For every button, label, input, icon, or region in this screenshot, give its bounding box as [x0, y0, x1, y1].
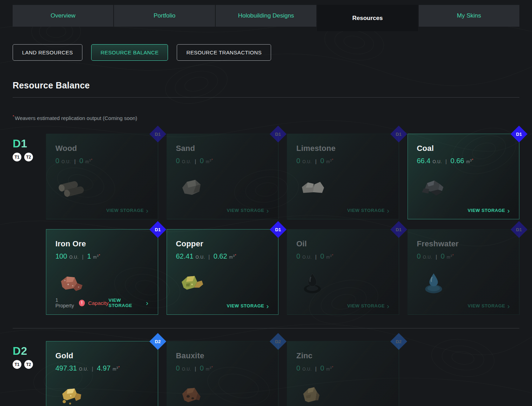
resource-card-copper[interactable]: D1 Copper 62.41 O.U. | 0.62 m3* VIEW STO…: [167, 229, 279, 315]
resource-card-bauxite[interactable]: D2 Bauxite 0 O.U. | 0 m3* VIEW STORAGE›: [167, 341, 279, 406]
tab-overview[interactable]: Overview: [13, 5, 113, 27]
resource-name: Sand: [176, 144, 269, 153]
d1-cards-grid: D1 Wood 0 O.U. | 0 m3* VIEW STORAGE›: [46, 134, 519, 315]
section-d1: D1 T1 T2 D1 Wood 0 O.U. | 0 m3*: [13, 134, 519, 315]
volume-unit: m3*: [113, 366, 120, 372]
subtab-resource-balance[interactable]: RESOURCE BALANCE: [91, 44, 168, 61]
ou-unit: O.U.: [61, 159, 71, 164]
chevron-right-icon: ›: [267, 208, 269, 213]
resource-name: Iron Ore: [55, 239, 149, 248]
volume-value: 0: [320, 364, 324, 372]
volume-unit: m3*: [326, 158, 333, 164]
stats-separator: |: [315, 254, 317, 260]
main-tab-bar: Overview Portfolio Holobuilding Designs …: [13, 5, 519, 31]
bauxite-image: [176, 381, 209, 406]
section-d1-label: D1: [13, 137, 27, 150]
view-storage-link[interactable]: VIEW STORAGE›: [468, 303, 510, 308]
tab-my-skins[interactable]: My Skins: [419, 5, 519, 27]
stats-separator: |: [208, 254, 210, 260]
volume-unit: m3*: [466, 158, 473, 164]
resource-stats: 0 O.U. | 0 m3*: [296, 364, 390, 372]
view-storage-link[interactable]: VIEW STORAGE›: [227, 208, 269, 213]
resource-stats: 497.31 O.U. | 4.97 m3*: [55, 364, 149, 372]
replication-note: *Weavers estimated replication output (C…: [13, 114, 519, 121]
resource-stats: 0 O.U. | 0 m3*: [176, 157, 269, 165]
tier-badge-t1[interactable]: T1: [13, 360, 21, 369]
district-badge: D2: [390, 333, 407, 350]
ou-value: 0: [176, 364, 180, 372]
capacity-warning: 1 Property ! Capacity: [55, 297, 108, 308]
section-d2: D2 T1 T2 D2 Gold 497.31 O.U. | 4.97 m3*: [13, 341, 519, 406]
district-badge-label: D1: [516, 227, 522, 232]
resource-stats: 0 O.U. | 0 m3*: [296, 252, 390, 260]
tier-badges: T1 T2: [13, 360, 45, 369]
ou-value: 0: [55, 157, 59, 165]
resource-name: Freshwater: [417, 239, 510, 248]
volume-unit: m3*: [447, 254, 454, 260]
volume-unit: m3*: [206, 158, 213, 164]
subtab-land-resources[interactable]: LAND RESOURCES: [13, 44, 82, 61]
ou-unit: O.U.: [423, 255, 432, 260]
district-badge-label: D1: [396, 227, 402, 232]
district-badge-label: D1: [155, 227, 161, 232]
capacity-label: Capacity: [88, 300, 108, 306]
view-storage-link[interactable]: VIEW STORAGE›: [227, 303, 269, 308]
volume-value: 0: [200, 364, 204, 372]
resource-card-iron-ore[interactable]: D1 Iron Ore 100 O.U. | 1 m3* 1 Property …: [46, 229, 158, 315]
tier-badge-t1[interactable]: T1: [13, 153, 21, 161]
chevron-right-icon: ›: [387, 208, 390, 213]
volume-value: 0.62: [214, 252, 227, 260]
card-footer: 1 Property ! Capacity VIEW STORAGE›: [55, 297, 149, 308]
stats-separator: |: [445, 158, 447, 164]
tier-badge-t2[interactable]: T2: [24, 360, 33, 369]
tab-holobuilding-designs[interactable]: Holobuilding Designs: [216, 5, 316, 27]
resource-card-zinc[interactable]: D2 Zinc 0 O.U. | 0 m3* VIEW STORAGE›: [287, 341, 399, 406]
tier-badges: T1 T2: [13, 153, 45, 161]
resource-stats: 66.4 O.U. | 0.66 m3*: [417, 157, 510, 165]
volume-value: 0: [320, 157, 324, 165]
resource-card-gold[interactable]: D2 Gold 497.31 O.U. | 4.97 m3* VIEW STOR…: [46, 341, 158, 406]
view-storage-link[interactable]: VIEW STORAGE›: [468, 208, 510, 213]
ou-unit: O.U.: [302, 367, 312, 372]
card-footer: VIEW STORAGE›: [176, 303, 269, 308]
district-badge-label: D2: [396, 339, 402, 344]
ou-value: 66.4: [417, 157, 431, 165]
resource-card-coal[interactable]: D1 Coal 66.4 O.U. | 0.66 m3* VIEW STORAG…: [408, 134, 520, 219]
resource-card-freshwater[interactable]: D1 Freshwater 0 O.U. | 0 m3* VIEW STORAG…: [408, 229, 520, 315]
property-count: 1 Property: [55, 297, 76, 308]
resource-subtab-bar: LAND RESOURCES RESOURCE BALANCE RESOURCE…: [13, 44, 519, 61]
card-footer: VIEW STORAGE›: [296, 208, 390, 213]
stats-separator: |: [315, 366, 317, 372]
chevron-right-icon: ›: [507, 208, 510, 213]
resource-card-wood[interactable]: D1 Wood 0 O.U. | 0 m3* VIEW STORAGE›: [46, 134, 158, 219]
resource-stats: 0 O.U. | 0 m3*: [417, 252, 510, 260]
volume-value: 0.66: [451, 157, 464, 165]
zinc-image: [296, 381, 330, 406]
view-storage-link[interactable]: VIEW STORAGE›: [108, 298, 148, 308]
chevron-right-icon: ›: [146, 208, 149, 213]
stats-separator: |: [92, 366, 93, 372]
title-divider: [13, 97, 519, 98]
view-storage-link[interactable]: VIEW STORAGE›: [347, 303, 389, 308]
volume-unit: m3*: [93, 254, 100, 260]
tab-resources[interactable]: Resources: [317, 5, 418, 31]
volume-value: 0: [79, 157, 83, 165]
ou-unit: O.U.: [432, 159, 442, 164]
tab-portfolio[interactable]: Portfolio: [114, 5, 215, 27]
view-storage-link[interactable]: VIEW STORAGE›: [106, 208, 148, 213]
volume-value: 0: [200, 157, 204, 165]
view-storage-link[interactable]: VIEW STORAGE›: [347, 208, 389, 213]
district-badge-label: D1: [275, 132, 281, 137]
resource-card-oil[interactable]: D1 Oil 0 O.U. | 0 m3* VIEW STORAGE›: [287, 229, 399, 315]
stats-separator: |: [195, 158, 196, 164]
district-badge: D1: [270, 221, 287, 238]
card-footer: VIEW STORAGE›: [417, 303, 510, 308]
resource-card-limestone[interactable]: D1 Limestone 0 O.U. | 0 m3* VIEW STORAGE…: [287, 134, 399, 219]
tier-badge-t2[interactable]: T2: [24, 153, 33, 161]
volume-value: 4.97: [97, 364, 110, 372]
ou-value: 0: [417, 252, 421, 260]
gold-image: [55, 381, 89, 406]
subtab-resource-transactions[interactable]: RESOURCE TRANSACTIONS: [177, 44, 271, 61]
district-badge: D1: [149, 221, 166, 238]
resource-card-sand[interactable]: D1 Sand 0 O.U. | 0 m3* VIEW STORAGE›: [167, 134, 279, 219]
